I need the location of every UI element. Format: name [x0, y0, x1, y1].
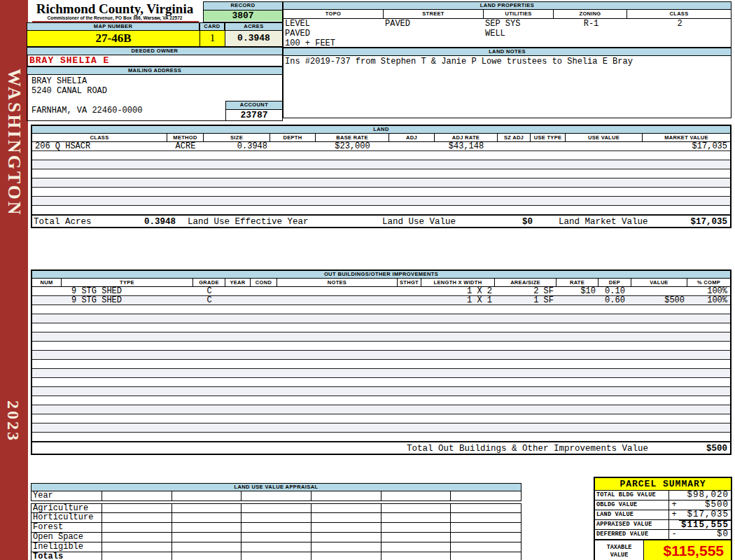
land-cell-adj-rate: $43,148 — [435, 142, 498, 150]
ob-col-header: NUM — [32, 279, 62, 286]
topo-values: LEVEL PAVED 100 + FEET — [284, 19, 384, 48]
empty-cell — [241, 533, 312, 542]
account-box: ACCOUNT 23787 — [225, 101, 283, 121]
empty-row — [32, 151, 730, 160]
land-prop-col-header: TOPO — [284, 10, 384, 18]
ob-total-label: Total Out Buildings & Other Improvements… — [407, 443, 648, 454]
land-col-header: MARKET VALUE — [643, 134, 730, 141]
empty-cell — [102, 552, 172, 560]
empty-cell — [312, 491, 382, 500]
ob-col-header: NOTES — [277, 279, 398, 286]
empty-cell — [312, 542, 382, 552]
empty-row — [32, 424, 730, 433]
empty-row — [32, 197, 730, 206]
empty-row — [32, 414, 730, 424]
empty-row — [32, 305, 730, 314]
record-value: 3807 — [204, 10, 282, 21]
empty-cell — [241, 523, 312, 532]
appraisal-row-label: Year — [31, 491, 102, 500]
empty-cell — [172, 491, 242, 500]
empty-cell — [102, 504, 172, 513]
appraisal-row-label: Horticulture — [31, 513, 102, 522]
empty-row — [32, 378, 730, 387]
land-col-header: ADJ RATE — [435, 134, 498, 141]
empty-cell — [312, 523, 382, 532]
empty-cell — [172, 513, 242, 522]
ob-rate — [556, 296, 598, 304]
empty-cell — [382, 513, 451, 522]
empty-cell — [102, 533, 172, 542]
empty-cell — [241, 542, 312, 552]
land-use-value: $0 — [491, 216, 533, 227]
empty-row — [32, 433, 730, 442]
acres-label: ACRES — [225, 22, 283, 31]
mailing-address-block: BRAY SHELIA 5240 CANAL ROAD FARNHAM, VA … — [27, 75, 283, 121]
ob-col-header: LENGTH X WIDTH — [421, 279, 495, 286]
street-values: PAVED — [384, 19, 484, 48]
county-title-block: Richmond County, Virginia Commissioner o… — [27, 1, 203, 22]
appraisal-row: Ineligible — [31, 542, 522, 552]
ob-value — [631, 287, 687, 295]
header-block: Richmond County, Virginia Commissioner o… — [27, 1, 283, 121]
empty-row — [32, 351, 730, 360]
ob-value: $500 — [631, 296, 687, 304]
out-buildings-total-row: Total Out Buildings & Other Improvements… — [32, 442, 730, 454]
land-notes-title: LAND NOTES — [283, 48, 732, 56]
ob-col-header: DEP — [598, 279, 631, 286]
acres-value: 0.3948 — [225, 31, 282, 46]
sidebar-district-label: WASHINGTON — [4, 69, 24, 217]
empty-cell — [382, 504, 451, 513]
land-cell-use-type — [531, 142, 566, 150]
record-label: RECORD — [204, 2, 282, 10]
land-prop-col-header: UTILITIES — [484, 10, 554, 18]
ob-comp: 100% — [687, 287, 730, 295]
land-col-header: DEPTH — [270, 134, 316, 141]
empty-cell — [241, 513, 312, 522]
account-label: ACCOUNT — [226, 102, 282, 110]
ob-dimensions: 1 X 2 — [421, 287, 495, 295]
appraisal-row: Year — [31, 491, 522, 501]
empty-cell — [241, 491, 312, 500]
empty-cell — [172, 504, 242, 513]
ob-type: 9 STG SHED — [62, 287, 193, 295]
empty-cell — [451, 504, 521, 513]
summary-row-appraised: APPRAISED VALUE $115,555 — [595, 520, 731, 530]
empty-cell — [382, 552, 451, 560]
ob-col-header: % COMP — [687, 279, 730, 286]
ob-col-header: YEAR — [225, 279, 251, 286]
ob-total-value: $500 — [706, 443, 727, 454]
empty-cell — [102, 513, 172, 522]
account-value: 23787 — [226, 110, 282, 120]
empty-row — [32, 206, 730, 215]
empty-cell — [241, 504, 312, 513]
ob-area: 2 SF — [495, 287, 556, 295]
ob-col-header: COND — [251, 279, 277, 286]
appraisal-row-label: Forest — [31, 523, 102, 532]
empty-cell — [382, 523, 451, 532]
empty-row — [32, 387, 730, 396]
ob-col-header: TYPE — [62, 279, 193, 286]
appraisal-row-label: Totals — [31, 552, 102, 560]
title-underline — [32, 21, 199, 22]
land-col-header: USE TYPE — [531, 134, 566, 141]
empty-cell — [451, 542, 521, 552]
card-label: CARD — [200, 22, 225, 31]
empty-row — [32, 332, 730, 342]
land-col-header: BASE RATE — [316, 134, 389, 141]
empty-row — [32, 396, 730, 405]
ob-grade: C — [193, 296, 225, 304]
land-use-value-label: Land Use Value — [382, 216, 456, 227]
empty-row — [32, 178, 730, 188]
ob-col-header: GRADE — [193, 279, 225, 286]
parcel-summary-title: PARCEL SUMMARY — [595, 478, 731, 491]
land-cell-method: ACRE — [167, 142, 204, 150]
total-acres-label: Total Acres — [34, 216, 92, 227]
land-title: LAND — [32, 126, 730, 134]
land-col-header: METHOD — [167, 134, 204, 141]
land-prop-col-header: STREET — [384, 10, 484, 18]
summary-row-total-bldg: TOTAL BLDG VALUE $98,020 — [595, 491, 731, 500]
land-header-row: CLASS METHOD SIZE DEPTH BASE RATE ADJ AD… — [32, 134, 730, 142]
land-cell-market-value: $17,035 — [643, 142, 730, 150]
land-cell-adj — [389, 142, 435, 150]
land-cell-size: 0.3948 — [204, 142, 270, 150]
